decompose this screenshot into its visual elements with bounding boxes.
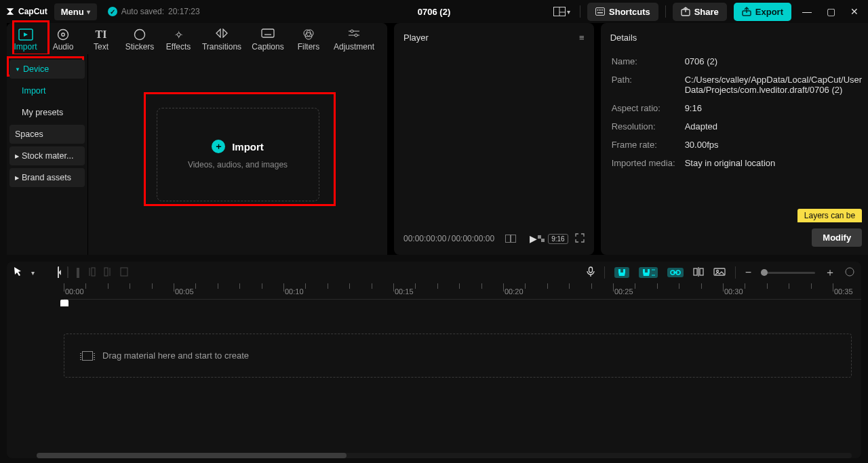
zoom-out-button[interactable]: −: [745, 267, 751, 278]
sidebar-item-stock[interactable]: ▶Stock mater...: [9, 146, 85, 165]
zoom-slider[interactable]: [761, 272, 815, 274]
svg-point-13: [62, 33, 64, 36]
highlight-drop: [144, 92, 336, 206]
maximize-button[interactable]: ▢: [823, 3, 840, 20]
split-button[interactable]: [77, 268, 79, 278]
svg-point-19: [305, 33, 312, 39]
link-clips-icon[interactable]: [667, 268, 684, 277]
mic-record-icon[interactable]: [587, 266, 595, 279]
label-path: Path:: [612, 75, 677, 95]
modify-button[interactable]: Modify: [812, 228, 862, 247]
svg-rect-31: [589, 267, 592, 273]
svg-rect-8: [602, 9, 604, 11]
check-circle-icon: ✓: [108, 7, 117, 16]
minimize-button[interactable]: —: [798, 3, 816, 20]
zoom-fit-icon[interactable]: [845, 267, 854, 279]
magnet-auto-icon[interactable]: [639, 267, 658, 278]
import-drop-area[interactable]: ＋ Import Videos, audios, and images: [88, 54, 387, 255]
redo-button[interactable]: [67, 268, 68, 278]
preview-cut-icon[interactable]: [693, 267, 704, 279]
titlebar: CapCut Menu ▾ ✓ Auto saved: 20:17:23 070…: [0, 0, 868, 23]
svg-rect-15: [262, 29, 274, 37]
menu-button[interactable]: Menu ▾: [54, 3, 97, 20]
sidebar-item-presets[interactable]: My presets: [9, 103, 85, 122]
tab-transitions[interactable]: Transitions: [197, 26, 246, 54]
value-name: 0706 (2): [685, 56, 863, 66]
svg-rect-5: [597, 9, 599, 11]
media-panel: Import Audio TIText Stickers ✧Effects Tr…: [7, 23, 387, 255]
info-popup: Layers can be: [797, 209, 862, 222]
timeline-panel: ▾ − ＋ 00:0000:0500:1000:1500:2000:2500:3…: [7, 262, 861, 458]
label-resolution: Resolution:: [612, 121, 677, 132]
timeline-scrollbar[interactable]: [37, 453, 852, 458]
zoom-in-button[interactable]: ＋: [825, 267, 835, 278]
undo-button[interactable]: [58, 268, 59, 278]
svg-point-41: [716, 270, 718, 272]
chevron-down-icon: ▾: [87, 8, 90, 16]
share-button[interactable]: Share: [673, 3, 727, 21]
import-media-icon: [18, 28, 33, 41]
layout-panels-icon[interactable]: ▾: [551, 4, 573, 19]
tab-import[interactable]: Import: [7, 26, 44, 54]
details-panel: Details Name:0706 (2) Path:C:/Users/cval…: [601, 23, 868, 255]
close-button[interactable]: ✕: [846, 3, 863, 20]
compare-icon[interactable]: [502, 232, 519, 245]
export-button[interactable]: Export: [734, 3, 791, 21]
tab-captions[interactable]: Captions: [246, 26, 290, 54]
trim-right-icon[interactable]: [104, 267, 112, 279]
aspect-ratio-chip[interactable]: 9:16: [548, 234, 568, 244]
delete-button[interactable]: [120, 267, 128, 279]
shortcuts-button[interactable]: Shortcuts: [587, 3, 658, 21]
value-fps: 30.00fps: [685, 140, 863, 150]
ruler-label: 00:20: [505, 287, 524, 296]
svg-rect-25: [511, 235, 516, 243]
sidebar-item-spaces[interactable]: Spaces: [9, 125, 85, 144]
fullscreen-icon[interactable]: [575, 233, 585, 245]
tab-text[interactable]: TIText: [82, 26, 120, 54]
tab-effects[interactable]: ✧Effects: [159, 26, 197, 54]
ruler-label: 00:00: [65, 287, 84, 296]
value-resolution: Adapted: [685, 121, 863, 132]
trim-left-icon[interactable]: [87, 267, 96, 279]
tab-stickers[interactable]: Stickers: [120, 26, 159, 54]
export-icon: [742, 7, 751, 16]
label-imported: Imported media:: [612, 158, 677, 168]
time-total: 00:00:00:00: [452, 234, 494, 243]
timeline-toolbar: ▾ − ＋: [7, 262, 861, 283]
tab-adjustment[interactable]: Adjustment: [328, 26, 380, 54]
svg-rect-6: [599, 9, 600, 11]
hamburger-icon[interactable]: ≡: [579, 33, 585, 43]
svg-point-12: [58, 30, 68, 40]
track-drop-hint[interactable]: Drag material here and start to create: [64, 334, 852, 378]
ruler-label: 00:10: [285, 287, 304, 296]
capcut-logo-icon: [5, 7, 15, 16]
ruler-label: 00:25: [614, 287, 633, 296]
chevron-down-icon[interactable]: ▾: [31, 269, 35, 277]
sidebar-item-device[interactable]: ▼Device: [9, 60, 85, 79]
divider: [735, 266, 736, 279]
value-ratio: 9:16: [685, 103, 863, 113]
sidebar-item-import[interactable]: Import: [9, 81, 85, 100]
triangle-right-icon: ▶: [15, 153, 19, 159]
timeline-ruler[interactable]: 00:0000:0500:1000:1500:2000:2500:3000:35: [64, 283, 861, 300]
svg-rect-4: [597, 12, 603, 14]
svg-rect-37: [694, 268, 697, 275]
divider: [580, 5, 580, 18]
tab-audio[interactable]: Audio: [44, 26, 82, 54]
magnet-main-icon[interactable]: [614, 267, 629, 278]
selection-tool-icon[interactable]: [14, 266, 23, 279]
transitions-icon: [216, 28, 228, 41]
player-controls: 00:00:00:00 / 00:00:00:00 ▶ 9:16: [394, 225, 594, 255]
project-title: 0706 (2): [418, 7, 450, 17]
share-icon: [681, 7, 690, 16]
app-logo: CapCut: [5, 7, 47, 16]
cover-settings-icon[interactable]: [713, 268, 726, 278]
svg-rect-28: [104, 268, 108, 276]
ruler-label: 00:05: [175, 287, 194, 296]
play-button[interactable]: ▶: [530, 233, 537, 244]
tab-filters[interactable]: Filters: [290, 26, 328, 54]
sidebar-item-brand[interactable]: ▶Brand assets: [9, 168, 85, 187]
keyboard-icon: [595, 7, 605, 16]
svg-point-42: [846, 268, 854, 276]
player-panel: Player ≡ 00:00:00:00 / 00:00:00:00 ▶ 9:1…: [394, 23, 594, 255]
